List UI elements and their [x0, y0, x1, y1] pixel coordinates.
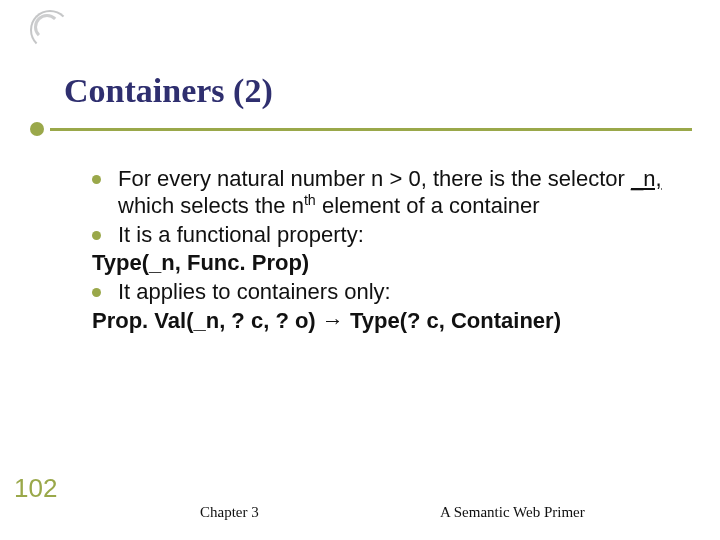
bullet-text: It is a functional property:: [118, 222, 364, 247]
bullet-text: For every natural number n > 0, there is…: [118, 166, 662, 218]
superscript-th: th: [304, 192, 316, 208]
footer-chapter: Chapter 3: [200, 504, 259, 521]
bullet-item-1: For every natural number n > 0, there is…: [92, 166, 664, 220]
bullet-text: It applies to containers only:: [118, 279, 391, 304]
title-rule: [56, 120, 672, 142]
formula-line-1: Type(_n, Func. Prop): [92, 250, 664, 277]
bullet-icon: [92, 175, 101, 184]
formula-right: Type(? c, Container): [344, 308, 561, 333]
formula-left: Prop. Val(_n, ? c, ? o): [92, 308, 322, 333]
page-number: 102: [14, 473, 57, 504]
rule-line: [50, 128, 692, 131]
bullet-item-2: It is a functional property:: [92, 222, 664, 249]
bullet-icon: [92, 288, 101, 297]
text-fragment: element of a container: [316, 193, 540, 218]
bullet-item-3: It applies to containers only:: [92, 279, 664, 306]
footer-book-title: A Semantic Web Primer: [440, 504, 585, 521]
implies-arrow-icon: →: [322, 308, 344, 333]
formula-line-2: Prop. Val(_n, ? c, ? o) → Type(? c, Cont…: [92, 308, 664, 335]
bullet-icon: [92, 231, 101, 240]
selector-underlined: _n,: [631, 166, 662, 191]
slide: Containers (2) For every natural number …: [0, 0, 720, 540]
text-fragment: which selects the n: [118, 193, 304, 218]
corner-decoration: [30, 10, 70, 50]
rule-dot-icon: [30, 122, 44, 136]
text-fragment: For every natural number n > 0, there is…: [118, 166, 631, 191]
decoration-arc-inner: [34, 14, 60, 40]
slide-title: Containers (2): [64, 72, 672, 110]
slide-body: For every natural number n > 0, there is…: [92, 166, 664, 335]
